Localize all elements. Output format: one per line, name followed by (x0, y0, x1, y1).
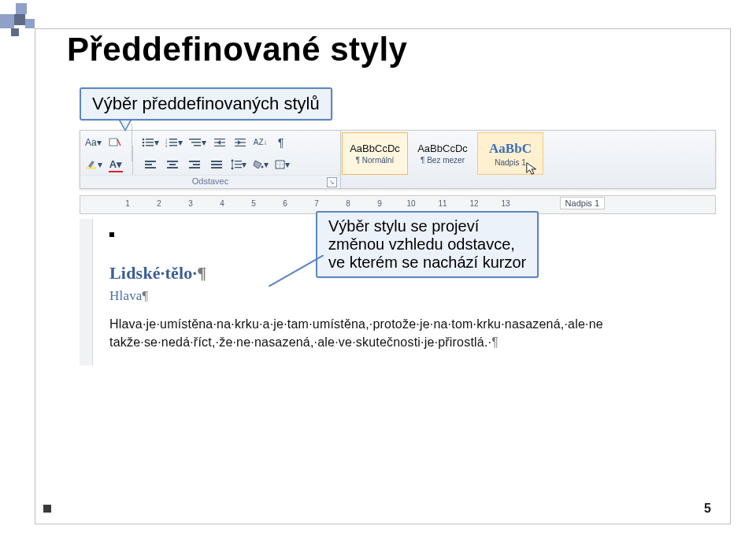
svg-point-2 (142, 139, 144, 141)
svg-rect-9 (169, 139, 177, 140)
borders-icon[interactable]: ▾ (275, 157, 290, 172)
slide-frame: Předdefinované styly Výběr předdefinovan… (35, 28, 731, 524)
ruler-tick: 4 (220, 199, 224, 208)
svg-point-33 (261, 166, 264, 168)
align-justify-icon[interactable] (211, 161, 222, 168)
clear-formatting-icon[interactable] (108, 135, 122, 150)
style-sample: AaBbC (489, 141, 532, 157)
callout-line: ve kterém se nachází kurzor (328, 254, 526, 272)
ruler-tick: 6 (283, 199, 287, 208)
svg-rect-14 (189, 139, 201, 140)
svg-point-6 (142, 145, 144, 147)
shading-icon[interactable]: ▾ (253, 157, 269, 172)
ruler-tick: 13 (501, 199, 510, 208)
svg-marker-26 (88, 161, 94, 168)
sort-icon[interactable]: A Z↓ (254, 135, 268, 150)
svg-rect-20 (214, 146, 225, 146)
ruler-tick: 3 (188, 199, 193, 208)
svg-rect-23 (235, 142, 246, 143)
svg-rect-11 (169, 142, 177, 143)
mouse-cursor-icon (525, 161, 539, 176)
svg-rect-7 (146, 145, 154, 146)
text-cursor-icon (109, 232, 114, 237)
word-ribbon: Aa▾ ▾ 123▾ ▾ (80, 130, 716, 189)
style-name: ¶ Normální (356, 156, 395, 165)
vertical-ruler[interactable] (80, 219, 93, 365)
callout-tail-icon (119, 120, 132, 131)
svg-rect-13 (169, 145, 177, 146)
style-sample: AaBbCcDc (417, 143, 468, 154)
ruler-tick: 9 (377, 199, 382, 208)
svg-text:3: 3 (165, 144, 168, 147)
document-area: Výběr stylu se projeví změnou vzhledu od… (80, 219, 714, 365)
ruler-tick: 1 (125, 199, 130, 208)
svg-rect-32 (235, 167, 242, 168)
svg-rect-16 (194, 145, 201, 146)
page-number: 5 (704, 502, 711, 516)
svg-marker-28 (231, 159, 234, 161)
svg-point-4 (142, 142, 144, 144)
style-name: ¶ Bez mezer (421, 156, 465, 165)
callout-connector-icon (269, 255, 324, 287)
svg-rect-15 (191, 142, 201, 143)
style-sample: AaBbCcDc (350, 143, 400, 154)
svg-rect-31 (235, 164, 242, 165)
svg-rect-19 (214, 142, 225, 143)
align-left-icon[interactable] (145, 161, 156, 168)
bullets-icon[interactable]: ▾ (142, 135, 159, 150)
styles-gallery[interactable]: AaBbCcDc ¶ Normální AaBbCcDc ¶ Bez mezer… (341, 131, 715, 188)
callout-style-effect: Výběr stylu se projeví změnou vzhledu od… (316, 211, 539, 278)
ruler-tick: 10 (406, 199, 415, 208)
svg-line-38 (269, 255, 324, 287)
ruler-tick: 8 (346, 199, 350, 208)
callout-style-picker: Výběr předdefinovaných stylů (80, 87, 710, 120)
doc-subheading[interactable]: Hlava¶ (109, 288, 703, 304)
style-tile-no-spacing[interactable]: AaBbCcDc ¶ Bez mezer (410, 132, 476, 175)
style-tile-normal[interactable]: AaBbCcDc ¶ Normální (342, 132, 408, 175)
callout-line: změnou vzhledu odstavce, (328, 235, 526, 254)
multilevel-list-icon[interactable]: ▾ (189, 135, 206, 150)
text-highlight-icon[interactable]: ▾ (85, 157, 102, 172)
svg-rect-18 (214, 139, 225, 139)
align-right-icon[interactable] (189, 161, 200, 168)
align-center-icon[interactable] (167, 161, 178, 168)
svg-rect-5 (146, 142, 154, 143)
line-spacing-icon[interactable]: ▾ (231, 157, 246, 172)
ruler-style-tooltip: Nadpis 1 (560, 197, 605, 209)
group-label-paragraph: Odstavec ↘ (80, 175, 340, 188)
decrease-indent-icon[interactable] (213, 135, 227, 150)
svg-line-1 (117, 139, 120, 146)
style-tile-heading1[interactable]: AaBbC Nadpis 1 (477, 132, 543, 175)
svg-rect-22 (235, 139, 246, 139)
svg-marker-37 (527, 163, 536, 174)
show-marks-icon[interactable]: ¶ (274, 135, 288, 150)
ruler-tick: 11 (438, 199, 447, 208)
callout-line: Výběr stylu se projeví (328, 217, 526, 235)
doc-body[interactable]: Hlava·je·umístěna·na·krku·a·je·tam·umíst… (109, 315, 703, 351)
svg-rect-30 (235, 161, 242, 161)
numbering-icon[interactable]: 123▾ (165, 135, 183, 150)
svg-rect-24 (235, 146, 246, 146)
svg-marker-29 (231, 168, 234, 170)
callout-text: Výběr předdefinovaných stylů (80, 87, 332, 120)
svg-rect-3 (146, 139, 154, 140)
ruler-tick: 2 (157, 199, 161, 208)
slide-bullet-icon (43, 505, 51, 513)
svg-rect-0 (109, 139, 117, 146)
ruler-tick: 7 (314, 199, 319, 208)
font-color-icon[interactable]: A▾ (109, 157, 123, 172)
dialog-launcher-icon[interactable]: ↘ (327, 177, 337, 187)
ruler-tick: 12 (469, 199, 478, 208)
change-case-icon[interactable]: Aa▾ (85, 135, 102, 150)
increase-indent-icon[interactable] (233, 135, 247, 150)
page-title: Předdefinované styly (67, 31, 710, 68)
style-name: Nadpis 1 (495, 158, 525, 167)
svg-rect-25 (87, 167, 96, 169)
ruler-tick: 5 (251, 199, 256, 208)
